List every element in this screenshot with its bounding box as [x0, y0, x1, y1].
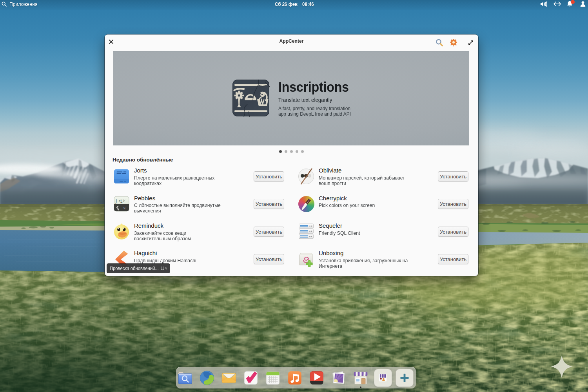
- svg-text:π∑𝕐: π∑𝕐: [119, 199, 126, 203]
- svg-text:ч: ч: [123, 206, 125, 210]
